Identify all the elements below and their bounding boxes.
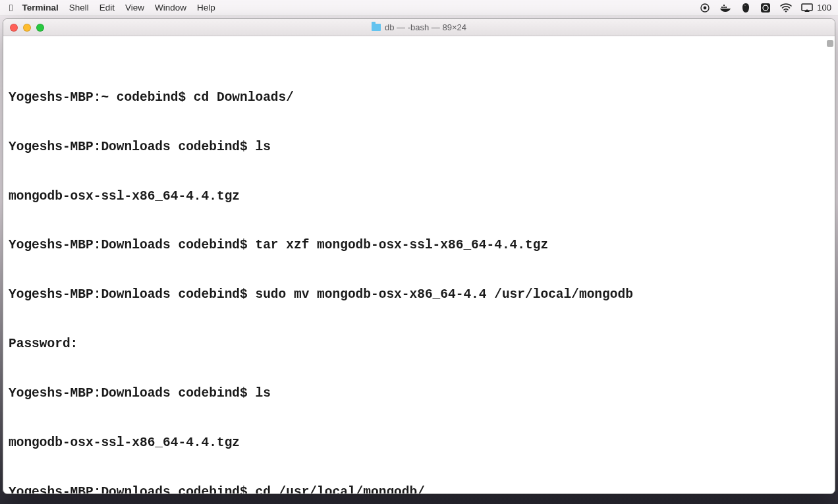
evernote-icon[interactable] <box>740 3 751 13</box>
terminal-viewport[interactable]: Yogeshs-MBP:~ codebind$ cd Downloads/ Yo… <box>3 36 835 493</box>
terminal-line: Yogeshs-MBP:Downloads codebind$ cd /usr/… <box>9 484 829 493</box>
screen-record-icon[interactable] <box>700 3 710 13</box>
terminal-line: Yogeshs-MBP:Downloads codebind$ ls <box>9 385 829 402</box>
siri-icon[interactable] <box>760 3 771 13</box>
window-close-button[interactable] <box>10 24 18 32</box>
menu-window[interactable]: Window <box>155 3 186 13</box>
window-titlebar[interactable]: db — -bash — 89×24 <box>3 19 835 36</box>
menu-help[interactable]: Help <box>197 3 215 13</box>
terminal-line: Yogeshs-MBP:Downloads codebind$ ls <box>9 139 829 155</box>
terminal-window: db — -bash — 89×24 Yogeshs-MBP:~ codebin… <box>3 18 835 494</box>
battery-percent: 100 <box>817 3 831 13</box>
docker-icon[interactable] <box>719 3 731 13</box>
apple-menu-icon[interactable]:  <box>9 2 13 13</box>
macos-menubar:  Terminal Shell Edit View Window Help 1… <box>0 0 838 16</box>
menu-shell[interactable]: Shell <box>69 3 89 13</box>
window-title: db — -bash — 89×24 <box>385 22 466 32</box>
terminal-line: Yogeshs-MBP:Downloads codebind$ tar xzf … <box>9 237 829 254</box>
menu-edit[interactable]: Edit <box>99 3 115 13</box>
menu-view[interactable]: View <box>125 3 144 13</box>
svg-point-1 <box>704 6 707 9</box>
terminal-line: Yogeshs-MBP:Downloads codebind$ sudo mv … <box>9 287 829 303</box>
window-zoom-button[interactable] <box>36 24 44 32</box>
active-app-name[interactable]: Terminal <box>22 3 58 13</box>
wifi-icon[interactable] <box>780 3 792 13</box>
folder-icon <box>372 24 381 31</box>
scrollbar-thumb[interactable] <box>827 40 833 47</box>
terminal-line: Password: <box>9 336 829 352</box>
terminal-line: Yogeshs-MBP:~ codebind$ cd Downloads/ <box>9 90 829 106</box>
svg-rect-2 <box>761 3 770 13</box>
window-minimize-button[interactable] <box>23 24 31 32</box>
airplay-icon[interactable] <box>801 3 813 13</box>
terminal-line: mongodb-osx-ssl-x86_64-4.4.tgz <box>9 435 829 451</box>
svg-point-4 <box>785 11 787 12</box>
terminal-line: mongodb-osx-ssl-x86_64-4.4.tgz <box>9 188 829 205</box>
